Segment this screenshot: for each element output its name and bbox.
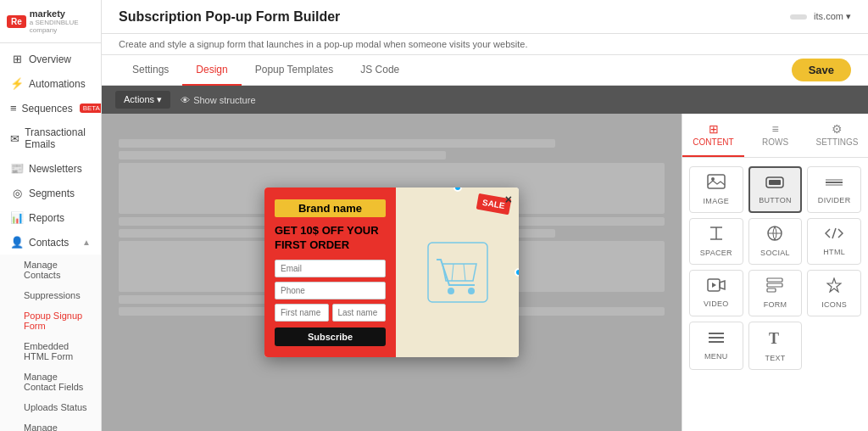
sidebar-subitem-suppressions[interactable]: Suppressions [0,285,101,305]
tab-design[interactable]: Design [182,55,241,86]
top-right: its.com ▾ [790,11,851,22]
sidebar-item-automations[interactable]: ⚡ Automations [0,71,101,96]
newsletters-icon: 📰 [10,162,24,175]
top-header: Subscription Pop-up Form Builder its.com… [102,0,868,34]
widget-video[interactable]: VIDEO [689,270,743,316]
page-title: Subscription Pop-up Form Builder [119,9,340,25]
popup-firstname-input[interactable] [275,304,329,322]
svg-rect-5 [708,175,725,188]
widget-divider[interactable]: DIVIDER [807,166,861,213]
settings-tab-icon: ⚙ [832,122,843,136]
panel-tab-content[interactable]: ⊞ CONTENT [682,114,744,157]
sidebar-item-segments[interactable]: ◎ Segments [0,181,101,205]
canvas-line-1 [119,139,555,148]
resize-dot-right[interactable] [515,268,519,277]
panel-tab-rows[interactable]: ≡ ROWS [744,114,806,157]
widget-image[interactable]: IMAGE [689,166,743,213]
widget-form[interactable]: FORM [748,270,803,316]
tab-js-code[interactable]: JS Code [347,55,413,86]
sidebar-label-newsletters: Newsletters [29,163,82,175]
sidebar-subitem-embedded-html[interactable]: Embedded HTML Form [0,336,101,367]
sidebar-subitem-uploads[interactable]: Uploads Status [0,397,101,417]
main-content: Subscription Pop-up Form Builder its.com… [102,0,868,431]
segments-icon: ◎ [10,187,24,199]
divider-widget-icon [825,175,843,193]
sidebar-item-newsletters[interactable]: 📰 Newsletters [0,156,101,181]
widget-menu[interactable]: MENU [689,322,743,370]
sidebar-item-reports[interactable]: 📊 Reports [0,205,101,230]
spacer-widget-label: SPACER [700,249,732,257]
save-button[interactable]: Save [792,59,851,81]
sidebar-item-sequences[interactable]: ≡ Sequences BETA [0,96,101,120]
sequences-badge: BETA [80,104,101,113]
popup-right: SALE [396,188,519,357]
sidebar-label-automations: Automations [29,78,86,90]
editor-area: × Brand name GET 10$ OFF YOUR FIRST ORDE… [102,114,868,431]
svg-rect-22 [767,288,776,292]
actions-button[interactable]: Actions ▾ [115,91,170,109]
sidebar-nav: ⊞ Overview ⚡ Automations ≡ Sequences BET… [0,43,101,431]
svg-text:T: T [769,330,779,346]
popup-phone-input[interactable] [275,282,386,299]
image-widget-label: IMAGE [704,197,730,205]
widget-html[interactable]: HTML [807,218,861,265]
cart-icon [424,238,492,306]
popup-right-inner: SALE [396,188,519,357]
sidebar-label-reports: Reports [29,212,64,224]
widget-text[interactable]: T TEXT [748,322,803,370]
button-widget-icon [765,175,784,193]
menu-widget-icon [708,331,725,349]
svg-line-3 [452,264,453,281]
sidebar-item-contacts[interactable]: 👤 Contacts ▲ [0,230,101,255]
sidebar-item-overview[interactable]: ⊞ Overview [0,47,101,71]
sidebar-subitem-popup-signup[interactable]: Popup Signup Form [0,305,101,336]
svg-rect-0 [428,243,487,302]
sidebar-item-transactional[interactable]: ✉ Transactional Emails [0,120,101,156]
settings-tab-label: SETTINGS [815,137,858,147]
contacts-icon: 👤 [10,236,24,249]
sidebar-label-sequences: Sequences [22,103,73,115]
sidebar: Re markety a SENDINBLUE company ⊞ Overvi… [0,0,102,431]
button-widget-label: BUTTON [759,196,792,204]
show-structure-button[interactable]: 👁 Show structure [181,95,255,105]
widget-button[interactable]: BUTTON [748,166,803,213]
social-widget-label: SOCIAL [760,249,790,257]
rows-tab-icon: ≡ [771,122,778,136]
popup-subscribe-button[interactable]: Subscribe [275,327,386,346]
text-widget-label: TEXT [765,354,785,362]
page-subtitle: Create and style a signup form that laun… [119,39,527,49]
popup-close-button[interactable]: × [505,193,512,206]
domain-text: its.com ▾ [814,11,851,22]
popup-lastname-input[interactable] [332,304,387,322]
widget-icons[interactable]: ICONS [807,270,861,316]
svg-line-17 [832,228,836,238]
panel-content: IMAGE BUTTON DIVIDER [682,158,868,431]
svg-rect-20 [767,278,782,282]
sidebar-subitem-manage-coupons[interactable]: Manage Coupons [0,417,101,431]
transactional-icon: ✉ [10,132,19,145]
logo-name: markety [30,8,94,19]
menu-widget-label: MENU [704,352,728,361]
svg-point-1 [448,288,454,294]
logo-sub: a SENDINBLUE company [30,19,94,34]
sidebar-subitem-contact-fields[interactable]: Manage Contact Fields [0,367,101,397]
image-widget-icon [707,174,726,193]
panel-tab-settings[interactable]: ⚙ SETTINGS [806,114,868,157]
right-panel: ⊞ CONTENT ≡ ROWS ⚙ SETTINGS [682,114,868,431]
widget-spacer[interactable]: SPACER [689,218,743,265]
subtitle-bar: Create and style a signup form that laun… [102,34,868,55]
tab-popup-templates[interactable]: Popup Templates [242,55,348,86]
contacts-chevron: ▲ [82,238,91,247]
panel-tabs: ⊞ CONTENT ≡ ROWS ⚙ SETTINGS [682,114,868,158]
canvas-area: × Brand name GET 10$ OFF YOUR FIRST ORDE… [102,114,682,431]
tab-settings[interactable]: Settings [119,55,182,86]
sidebar-label-contacts: Contacts [29,237,69,249]
overview-icon: ⊞ [10,53,24,65]
widget-social[interactable]: SOCIAL [748,218,803,265]
sidebar-subitem-manage-contacts[interactable]: Manage Contacts [0,255,101,285]
svg-marker-23 [827,278,841,292]
svg-marker-19 [712,283,716,288]
popup-email-input[interactable] [275,260,386,277]
sidebar-label-transactional: Transactional Emails [25,126,91,150]
svg-line-4 [464,264,465,281]
